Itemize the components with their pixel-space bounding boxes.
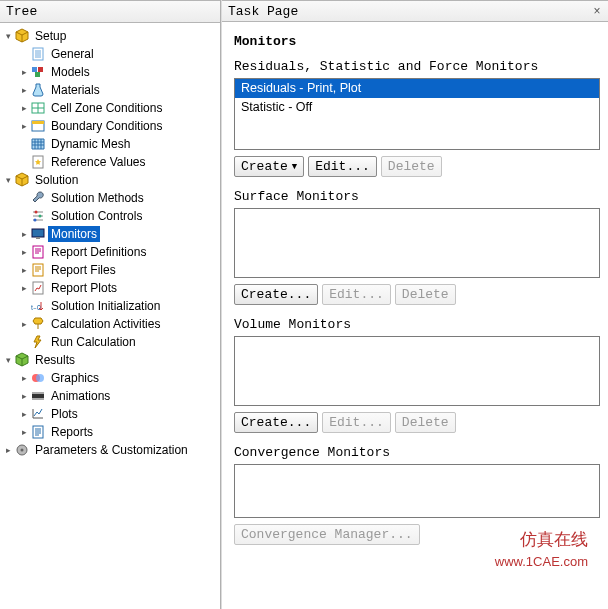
- svg-rect-3: [35, 72, 40, 77]
- svg-point-10: [34, 219, 37, 222]
- volume-create-button[interactable]: Create...: [234, 412, 318, 433]
- svg-rect-22: [33, 426, 43, 438]
- plots-icon: [30, 406, 46, 422]
- tree-node-graphics[interactable]: ▸Graphics: [2, 369, 220, 387]
- expand-icon[interactable]: ▸: [18, 102, 30, 114]
- tree-node-models[interactable]: ▸Models: [2, 63, 220, 81]
- calc-act-icon: [30, 316, 46, 332]
- button-label: Delete: [402, 415, 449, 430]
- cube-yellow-icon: [14, 172, 30, 188]
- residuals-edit-button[interactable]: Edit...: [308, 156, 377, 177]
- button-label: Create: [241, 159, 288, 174]
- task-page-body: Monitors Residuals, Statistic and Force …: [222, 22, 608, 609]
- expand-icon[interactable]: ▸: [18, 264, 30, 276]
- svg-rect-12: [36, 237, 40, 239]
- collapse-icon[interactable]: ▾: [2, 174, 14, 186]
- tree-node-label: Dynamic Mesh: [48, 136, 133, 152]
- convergence-group-label: Convergence Monitors: [234, 445, 600, 460]
- svg-rect-13: [33, 246, 43, 258]
- list-item[interactable]: Residuals - Print, Plot: [235, 79, 599, 98]
- tree-panel: Tree ▾SetupGeneral▸Models▸Materials▸Cell…: [0, 0, 221, 609]
- cell-zone-icon: [30, 100, 46, 116]
- tree-node-calculation-activities[interactable]: ▸Calculation Activities: [2, 315, 220, 333]
- tree-node-run-calculation[interactable]: Run Calculation: [2, 333, 220, 351]
- svg-rect-20: [32, 392, 44, 394]
- tree-node-label: Animations: [48, 388, 113, 404]
- residuals-create-button[interactable]: Create ▼: [234, 156, 304, 177]
- surface-create-button[interactable]: Create...: [234, 284, 318, 305]
- surface-group-label: Surface Monitors: [234, 189, 600, 204]
- svg-rect-2: [38, 67, 43, 72]
- tree-node-cell-zone-conditions[interactable]: ▸Cell Zone Conditions: [2, 99, 220, 117]
- tree-node-report-definitions[interactable]: ▸Report Definitions: [2, 243, 220, 261]
- doc-star-icon: [30, 154, 46, 170]
- reports-icon: [30, 424, 46, 440]
- convergence-listbox[interactable]: [234, 464, 600, 518]
- boundary-icon: [30, 118, 46, 134]
- tree-node-parameters-customization[interactable]: ▸Parameters & Customization: [2, 441, 220, 459]
- volume-listbox[interactable]: [234, 336, 600, 406]
- tree-node-general[interactable]: General: [2, 45, 220, 63]
- tree-node-plots[interactable]: ▸Plots: [2, 405, 220, 423]
- expand-icon[interactable]: ▸: [18, 246, 30, 258]
- tree-node-reference-values[interactable]: Reference Values: [2, 153, 220, 171]
- tree-node-dynamic-mesh[interactable]: Dynamic Mesh: [2, 135, 220, 153]
- tree-node-boundary-conditions[interactable]: ▸Boundary Conditions: [2, 117, 220, 135]
- tree-node-label: Solution Initialization: [48, 298, 163, 314]
- residuals-delete-button: Delete: [381, 156, 442, 177]
- expand-icon[interactable]: ▸: [18, 282, 30, 294]
- expand-icon[interactable]: ▸: [18, 66, 30, 78]
- tree-node-solution-controls[interactable]: Solution Controls: [2, 207, 220, 225]
- wrench-icon: [30, 190, 46, 206]
- expand-icon[interactable]: ▸: [18, 390, 30, 402]
- tree-node-label: Run Calculation: [48, 334, 139, 350]
- expand-icon[interactable]: ▸: [18, 318, 30, 330]
- button-label: Delete: [402, 287, 449, 302]
- tree-node-results[interactable]: ▾Results: [2, 351, 220, 369]
- cube-green-icon: [14, 352, 30, 368]
- expand-icon[interactable]: ▸: [18, 408, 30, 420]
- expand-icon[interactable]: ▸: [18, 84, 30, 96]
- report-def-icon: [30, 244, 46, 260]
- report-file-icon: [30, 262, 46, 278]
- svg-rect-0: [33, 48, 43, 60]
- tree-body: ▾SetupGeneral▸Models▸Materials▸Cell Zone…: [0, 23, 220, 609]
- tree-header: Tree: [0, 0, 220, 23]
- tree-node-report-plots[interactable]: ▸Report Plots: [2, 279, 220, 297]
- tree-node-label: Setup: [32, 28, 69, 44]
- tree-node-reports[interactable]: ▸Reports: [2, 423, 220, 441]
- residuals-listbox[interactable]: Residuals - Print, PlotStatistic - Off: [234, 78, 600, 150]
- expand-icon[interactable]: ▸: [18, 228, 30, 240]
- expand-icon[interactable]: ▸: [18, 426, 30, 438]
- button-label: Edit...: [329, 287, 384, 302]
- svg-rect-11: [32, 229, 44, 237]
- tree-node-setup[interactable]: ▾Setup: [2, 27, 220, 45]
- svg-rect-14: [33, 264, 43, 276]
- tree-node-label: Report Definitions: [48, 244, 149, 260]
- list-item[interactable]: Statistic - Off: [235, 98, 599, 117]
- tree-node-animations[interactable]: ▸Animations: [2, 387, 220, 405]
- expand-icon[interactable]: ▸: [18, 372, 30, 384]
- tree-node-materials[interactable]: ▸Materials: [2, 81, 220, 99]
- collapse-icon[interactable]: ▾: [2, 30, 14, 42]
- tree-node-solution[interactable]: ▾Solution: [2, 171, 220, 189]
- svg-point-9: [39, 215, 42, 218]
- tree-node-report-files[interactable]: ▸Report Files: [2, 261, 220, 279]
- volume-button-row: Create... Edit... Delete: [234, 412, 600, 433]
- surface-listbox[interactable]: [234, 208, 600, 278]
- collapse-icon[interactable]: ▾: [2, 354, 14, 366]
- close-icon[interactable]: ×: [589, 3, 605, 19]
- svg-text:t₌0: t₌0: [31, 304, 41, 311]
- task-page-header: Task Page ×: [222, 0, 608, 22]
- svg-rect-6: [32, 121, 44, 124]
- tree-node-monitors[interactable]: ▸Monitors: [2, 225, 220, 243]
- button-label: Edit...: [329, 415, 384, 430]
- tree-node-solution-methods[interactable]: Solution Methods: [2, 189, 220, 207]
- tree-node-label: General: [48, 46, 97, 62]
- tree-node-label: Solution Controls: [48, 208, 145, 224]
- expand-icon[interactable]: ▸: [2, 444, 14, 456]
- params-icon: [14, 442, 30, 458]
- expand-icon[interactable]: ▸: [18, 120, 30, 132]
- sliders-icon: [30, 208, 46, 224]
- tree-node-solution-initialization[interactable]: t₌0Solution Initialization: [2, 297, 220, 315]
